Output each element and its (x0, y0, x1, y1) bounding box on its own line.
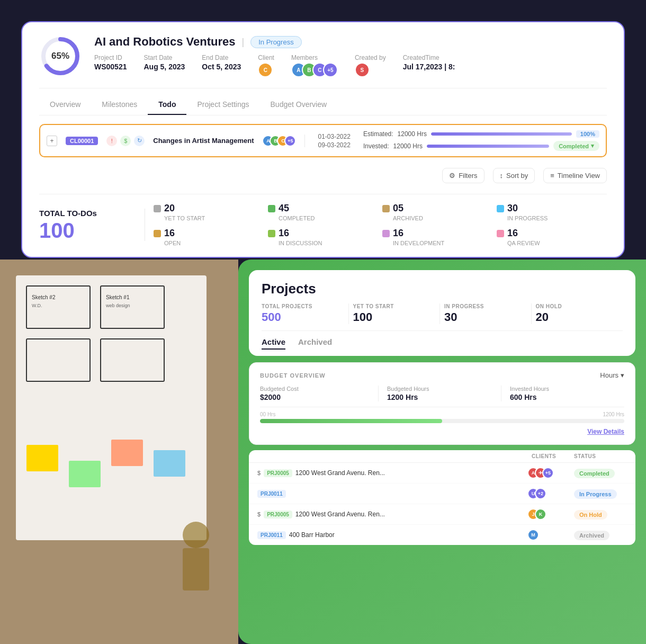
client-avatar-group: C (258, 62, 274, 77)
bottom-section: Sketch #2 W.D. Sketch #1 web design Proj… (0, 260, 646, 644)
tab-budget-overview[interactable]: Budget Overview (260, 95, 338, 115)
projects-title: Projects (262, 281, 623, 297)
view-details-wrap: View Details (260, 426, 624, 436)
progress-label: 65% (51, 51, 69, 61)
stat-dot (382, 230, 390, 237)
row1-clients: A ✈ +5 (527, 467, 570, 479)
invested-progress-bar (427, 145, 549, 148)
budget-invested-value: 600 Hrs (510, 393, 624, 401)
svg-point-13 (183, 522, 209, 548)
proj-stat-total-label: TOTAL PROJECTS (262, 303, 344, 309)
row2-name-cell: PRJ0011 (257, 490, 523, 498)
estimated-label: Estimated: (363, 130, 393, 138)
stat-count: 16 (164, 228, 175, 239)
client-label: Client (258, 54, 274, 61)
divider: | (242, 37, 245, 48)
end-date-item: End Date Oct 5, 2023 (202, 54, 241, 71)
proj-stat-onhold-label: ON HOLD (536, 303, 623, 309)
proj-tab-active[interactable]: Active (262, 337, 285, 350)
members-count-badge: +5 (323, 62, 338, 77)
project-id-item: Project ID WS00521 (94, 54, 127, 71)
task-name: Changes in Artist Management (153, 137, 254, 145)
stat-count-row: 16 (382, 228, 492, 239)
sort-icon: ↕ (500, 172, 504, 180)
filters-icon: ⚙ (449, 172, 455, 180)
proj-stat-inprogress: IN PROGRESS 30 (444, 303, 532, 324)
row3-status: On Hold (574, 509, 627, 519)
stat-count: 30 (507, 203, 518, 214)
tab-milestones[interactable]: Milestones (91, 95, 148, 115)
tab-todo[interactable]: Todo (148, 95, 186, 115)
budget-invested-item: Invested Hours 600 Hrs (506, 386, 624, 401)
budget-toggle-label: Hours (600, 371, 618, 379)
budget-toggle-chevron: ▾ (621, 371, 624, 379)
completed-badge: Completed ▾ (553, 141, 599, 151)
budget-bar-fill (260, 419, 442, 423)
stat-item: 45 COMPLETED (268, 203, 378, 221)
stat-count: 16 (507, 228, 518, 239)
row1-id: PRJ0005 (264, 469, 292, 477)
budget-cost-item: Budgeted Cost $2000 (260, 386, 379, 401)
budget-cost-value: $2000 (260, 393, 378, 401)
budget-header: BUDGET OVERVIEW Hours ▾ (260, 371, 624, 379)
stat-label: OPEN (164, 240, 264, 246)
stat-count-row: 05 (382, 203, 492, 214)
expand-icon[interactable]: + (47, 136, 57, 146)
row4-id: PRJ0011 (257, 531, 286, 539)
row4-clients: M (527, 529, 570, 541)
filters-button[interactable]: ⚙ Filters (442, 168, 484, 183)
svg-rect-4 (16, 275, 207, 540)
row3-status-pill: On Hold (574, 510, 607, 520)
row2-extra-avatars: +2 (535, 488, 546, 499)
stat-label: COMPLETED (279, 215, 378, 221)
stat-item: 16 IN DEVELOPMENT (382, 228, 492, 246)
budget-hours-value: 1200 Hrs (387, 393, 501, 401)
svg-text:web design: web design (105, 303, 130, 308)
timeline-view-button[interactable]: ≡ Timeline View (543, 168, 607, 183)
row2-status-pill: In Progress (574, 489, 617, 499)
stat-item: 30 IN PROGRESS (497, 203, 607, 221)
sort-by-button[interactable]: ↕ Sort by (493, 168, 535, 183)
stat-dot (497, 205, 504, 212)
members-avatar-group: A B C +5 (291, 62, 338, 77)
creator-avatar: S (355, 62, 370, 77)
task-date-end: 09-03-2022 (318, 141, 350, 149)
completed-status: Completed (559, 143, 589, 149)
budget-progress: 00 Hrs 1200 Hrs View Details (260, 412, 624, 436)
task-icon-refresh: ↻ (134, 136, 145, 146)
view-details-link[interactable]: View Details (587, 428, 624, 435)
stat-count-row: 30 (497, 203, 607, 214)
projects-area: Projects TOTAL PROJECTS 500 YET TO START… (238, 260, 646, 644)
photo-area: Sketch #2 W.D. Sketch #1 web design (0, 260, 238, 644)
budget-toggle-button[interactable]: Hours ▾ (600, 371, 624, 379)
filters-label: Filters (459, 172, 477, 180)
stat-dot (382, 205, 390, 212)
task-icons: ! $ ↻ (106, 136, 145, 146)
stat-count: 45 (279, 203, 289, 214)
proj-stat-inprogress-label: IN PROGRESS (444, 303, 527, 309)
budget-invested-label: Invested Hours (510, 386, 624, 392)
table-row: $ PRJ0005 1200 West Grand Avenu. Ren... … (249, 463, 635, 484)
svg-rect-12 (154, 450, 185, 477)
budget-hours-label: Budgeted Hours (387, 386, 501, 392)
proj-tab-archived[interactable]: Archived (298, 337, 332, 350)
stat-count: 16 (393, 228, 403, 239)
row3-name-cell: $ PRJ0005 1200 West Grand Avenu. Ren... (257, 511, 523, 518)
stat-item: 16 IN DISCUSSION (268, 228, 378, 246)
proj-col-clients: CLIENTS (532, 453, 574, 459)
start-date-item: Start Date Aug 5, 2023 (143, 54, 185, 71)
start-date-label: Start Date (143, 54, 185, 61)
row4-status-pill: Archived (574, 531, 609, 540)
created-by-item: Created by S (355, 54, 386, 77)
stat-item: 16 QA REVIEW (497, 228, 607, 246)
proj-stat-yts: YET TO START 100 (353, 303, 441, 324)
budget-hours-item: Budgeted Hours 1200 Hrs (383, 386, 501, 401)
tab-project-settings[interactable]: Project Settings (186, 95, 259, 115)
row3-avatar-group: J K (527, 508, 546, 520)
proj-col-name (257, 453, 532, 459)
projects-stats-grid: TOTAL PROJECTS 500 YET TO START 100 IN P… (262, 303, 623, 331)
table-row: PRJ0011 400 Barr Harbor M Archived (249, 525, 635, 545)
task-progress-section: Estimated: 12000 Hrs 100% Invested: 1200… (363, 130, 599, 151)
tab-overview[interactable]: Overview (39, 95, 91, 115)
projects-card: Projects TOTAL PROJECTS 500 YET TO START… (249, 270, 635, 356)
